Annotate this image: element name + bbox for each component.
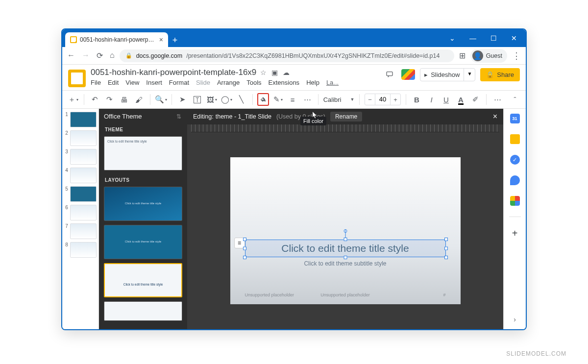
border-weight-button[interactable]: ≡ bbox=[287, 93, 298, 106]
selection-handle[interactable] bbox=[444, 256, 448, 259]
tab-close-icon[interactable]: × bbox=[159, 36, 163, 44]
menu-file[interactable]: File bbox=[91, 79, 101, 86]
menu-extensions[interactable]: Extensions bbox=[269, 79, 300, 86]
slideshow-dropdown[interactable]: ▼ bbox=[464, 69, 475, 81]
slide-thumb[interactable]: 6 bbox=[64, 205, 97, 220]
layout-thumb[interactable] bbox=[104, 301, 182, 321]
slide-thumb[interactable]: 2 bbox=[64, 130, 97, 146]
comments-icon[interactable] bbox=[383, 68, 396, 81]
shape-tool[interactable]: ◯ bbox=[221, 93, 233, 106]
select-tool[interactable]: ➤ bbox=[177, 93, 189, 106]
horizontal-ruler[interactable] bbox=[191, 124, 499, 132]
browser-menu-icon[interactable]: ⋮ bbox=[512, 50, 521, 61]
contacts-app-icon[interactable] bbox=[510, 175, 520, 185]
hide-side-panel-button[interactable]: › bbox=[514, 315, 516, 323]
menu-edit[interactable]: Edit bbox=[108, 79, 119, 86]
title-placeholder-box[interactable]: Click to edit theme title style bbox=[245, 240, 446, 257]
menu-format[interactable]: Format bbox=[169, 79, 189, 86]
guest-chip[interactable]: 👤 Guest bbox=[470, 49, 507, 63]
nav-forward-icon[interactable]: → bbox=[82, 51, 90, 60]
selection-handle[interactable] bbox=[243, 256, 246, 259]
browser-tab-active[interactable]: 0051-hoshin-kanri-powerpoint-t × bbox=[65, 32, 168, 47]
slide-canvas[interactable]: ≡ Click to edit theme title style bbox=[230, 157, 461, 304]
cloud-status-icon[interactable]: ☁ bbox=[283, 69, 290, 76]
selection-handle[interactable] bbox=[243, 238, 246, 241]
nav-home-icon[interactable]: ⌂ bbox=[110, 51, 115, 60]
layout-thumb[interactable]: Click to edit theme title style bbox=[104, 225, 182, 259]
document-title[interactable]: 0051-hoshin-kanri-powerpoint-template-16… bbox=[91, 68, 256, 77]
selection-handle[interactable] bbox=[243, 247, 246, 250]
editor-area: Editing: theme - 1_Title Slide (Used by … bbox=[187, 109, 503, 329]
slide-thumb[interactable]: 8 bbox=[64, 242, 97, 258]
selection-handle[interactable] bbox=[444, 247, 448, 250]
highlight-button[interactable]: ✐ bbox=[469, 93, 481, 106]
editor-close-button[interactable]: × bbox=[493, 112, 497, 121]
fill-color-button[interactable] bbox=[257, 93, 269, 106]
window-minimize-button[interactable]: — bbox=[464, 31, 482, 45]
slide-thumb[interactable]: 4 bbox=[64, 168, 97, 183]
textbox-tool[interactable]: 🅃 bbox=[192, 93, 203, 106]
url-bar: ← → ⟳ ⌂ 🔒 docs.google.com /presentation/… bbox=[62, 47, 526, 65]
font-size-decrease[interactable]: − bbox=[365, 94, 375, 105]
new-tab-button[interactable]: + bbox=[168, 33, 182, 47]
paint-format-button[interactable]: 🖌 bbox=[133, 93, 145, 106]
app-title-area: 0051-hoshin-kanri-powerpoint-template-16… bbox=[91, 68, 378, 86]
window-caret-icon[interactable]: ⌄ bbox=[443, 31, 461, 45]
thumbnail-panel[interactable]: 1 2 3 4 5 6 7 8 bbox=[62, 109, 99, 329]
bold-button[interactable]: B bbox=[411, 93, 422, 106]
theme-sort-icon[interactable]: ⇅ bbox=[176, 113, 182, 120]
font-size-value[interactable]: 40 bbox=[375, 94, 391, 105]
selection-handle[interactable] bbox=[444, 238, 448, 241]
redo-button[interactable]: ↷ bbox=[104, 93, 116, 106]
slides-logo-icon[interactable] bbox=[68, 70, 86, 87]
tasks-app-icon[interactable] bbox=[510, 155, 520, 165]
slide-thumb[interactable]: 5 bbox=[64, 186, 97, 202]
meet-icon[interactable] bbox=[401, 68, 415, 81]
move-icon[interactable]: ▣ bbox=[271, 69, 278, 76]
addons-plus-button[interactable]: + bbox=[512, 228, 518, 239]
star-icon[interactable]: ☆ bbox=[260, 69, 267, 76]
keep-app-icon[interactable] bbox=[510, 134, 520, 144]
border-dash-button[interactable]: ⋯ bbox=[301, 93, 313, 106]
menu-help[interactable]: Help bbox=[306, 79, 319, 86]
nav-reload-icon[interactable]: ⟳ bbox=[97, 51, 103, 60]
selection-handle[interactable] bbox=[343, 238, 347, 241]
install-app-icon[interactable]: ⊞ bbox=[459, 51, 466, 60]
slide-thumb[interactable]: 7 bbox=[64, 223, 97, 239]
underline-button[interactable]: U bbox=[440, 93, 452, 106]
font-size-increase[interactable]: + bbox=[391, 94, 400, 105]
undo-button[interactable]: ↶ bbox=[89, 93, 101, 106]
hide-menus-button[interactable]: ˆ bbox=[509, 93, 521, 106]
nav-back-icon[interactable]: ← bbox=[67, 51, 75, 60]
border-color-button[interactable]: ✎ bbox=[272, 93, 284, 106]
text-color-button[interactable]: A bbox=[455, 93, 466, 106]
font-select[interactable]: Calibri▼ bbox=[323, 96, 355, 103]
menu-view[interactable]: View bbox=[125, 79, 139, 86]
window-maximize-button[interactable]: ☐ bbox=[485, 31, 502, 45]
menu-tools[interactable]: Tools bbox=[246, 79, 261, 86]
slide-thumb[interactable]: 1 bbox=[64, 112, 97, 127]
layout-thumb[interactable]: Click to edit theme title style bbox=[104, 187, 182, 221]
line-tool[interactable]: ╲ bbox=[236, 93, 247, 106]
rename-button[interactable]: Rename bbox=[330, 112, 362, 121]
menu-insert[interactable]: Insert bbox=[146, 79, 162, 86]
new-slide-button[interactable]: ＋ bbox=[67, 93, 79, 106]
italic-button[interactable]: I bbox=[425, 93, 437, 106]
image-tool[interactable]: 🖼 bbox=[206, 93, 218, 106]
url-path: /presentation/d/1Vs8x22C3KqZ6981HBmUQXmb… bbox=[186, 52, 440, 59]
more-tools-button[interactable]: ⋯ bbox=[491, 93, 503, 106]
maps-app-icon[interactable] bbox=[510, 196, 520, 206]
selection-handle[interactable] bbox=[343, 256, 347, 259]
layout-thumb-selected[interactable]: Click to edit theme title style bbox=[104, 263, 182, 297]
window-close-button[interactable]: ✕ bbox=[505, 31, 523, 45]
slide-thumb[interactable]: 3 bbox=[64, 149, 97, 165]
theme-master-thumb[interactable]: Click to edit theme title style bbox=[104, 136, 182, 170]
zoom-button[interactable]: 🔍 bbox=[155, 93, 167, 106]
url-field[interactable]: 🔒 docs.google.com /presentation/d/1Vs8x2… bbox=[120, 49, 454, 62]
share-button[interactable]: 🔒 Share bbox=[480, 68, 520, 81]
slideshow-button[interactable]: ▸ Slideshow bbox=[420, 69, 464, 81]
print-button[interactable]: 🖶 bbox=[119, 93, 130, 106]
menu-last-edit[interactable]: La... bbox=[326, 79, 339, 86]
menu-arrange[interactable]: Arrange bbox=[217, 79, 240, 86]
calendar-app-icon[interactable] bbox=[510, 114, 520, 123]
